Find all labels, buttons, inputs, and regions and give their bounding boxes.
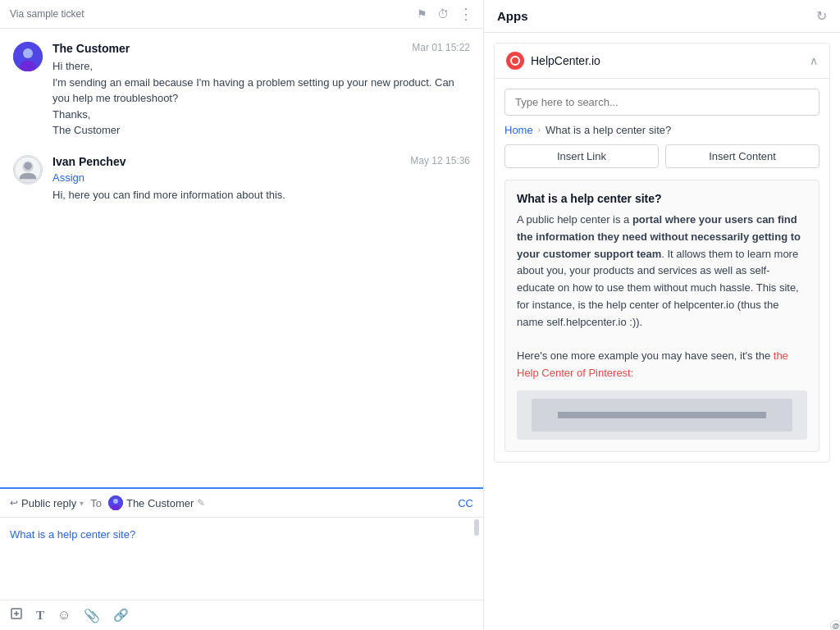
helpcenter-section: HelpCenter.io ∧ Home › What is a help ce… [494, 43, 830, 463]
helpcenter-logo-icon [506, 52, 524, 70]
recipient-name: The Customer [126, 497, 194, 509]
toolbar-edit-icon[interactable] [10, 607, 23, 623]
helpcenter-content: Home › What is a help center site? Inser… [495, 78, 829, 462]
reply-input-area[interactable]: What is a help center site? [0, 518, 483, 600]
agent-avatar: @ [13, 155, 43, 185]
message-1-sender: The Customer [52, 42, 130, 55]
breadcrumb-separator: › [538, 126, 541, 135]
cc-button[interactable]: CC [458, 497, 473, 509]
reply-type-button[interactable]: ↩ Public reply ▾ [10, 497, 84, 509]
clock-icon[interactable]: ⏱ [437, 7, 449, 21]
svg-point-9 [113, 499, 118, 504]
toolbar-link-icon[interactable]: 🔗 [113, 608, 129, 623]
right-panel: Apps ↻ HelpCenter.io ∧ Home › What is a … [484, 0, 840, 630]
refresh-icon[interactable]: ↻ [816, 8, 827, 24]
insert-content-button[interactable]: Insert Content [665, 144, 819, 168]
helpcenter-title: HelpCenter.io [506, 52, 600, 70]
message-1: The Customer Mar 01 15:22 Hi there, I'm … [13, 42, 470, 139]
message-2-text: Hi, here you can find more information a… [52, 187, 470, 203]
edit-recipient-icon[interactable]: ✎ [197, 497, 205, 509]
article-card: What is a help center site? A public hel… [504, 180, 819, 452]
message-1-time: Mar 01 15:22 [412, 42, 470, 55]
breadcrumb-current: What is a help center site? [546, 124, 671, 136]
reply-to-label: To [90, 497, 102, 509]
toolbar-emoji-icon[interactable]: ☺ [57, 608, 71, 623]
ticket-header-icons: ⚑ ⏱ ⋮ [417, 5, 473, 23]
breadcrumb: Home › What is a help center site? [504, 124, 819, 136]
more-icon[interactable]: ⋮ [459, 5, 473, 23]
pin-icon[interactable]: ⚑ [417, 7, 427, 21]
message-1-content: The Customer Mar 01 15:22 Hi there, I'm … [52, 42, 470, 139]
article-title: What is a help center site? [517, 192, 807, 205]
message-2-sender: Ivan Penchev [52, 155, 126, 168]
article-link[interactable]: the Help Center of Pinterest: [517, 349, 788, 379]
message-2-content: Ivan Penchev May 12 15:36 Assign Hi, her… [52, 155, 470, 203]
message-2: @ Ivan Penchev May 12 15:36 Assign Hi, h… [13, 155, 470, 203]
article-body: A public help center is a portal where y… [517, 212, 807, 440]
message-1-meta: The Customer Mar 01 15:22 [52, 42, 470, 55]
svg-point-7 [24, 162, 31, 169]
helpcenter-search-input[interactable] [504, 89, 819, 116]
reply-input-text[interactable]: What is a help center site? [10, 528, 135, 541]
customer-avatar [13, 42, 43, 71]
recipient-avatar [108, 495, 123, 510]
helpcenter-header: HelpCenter.io ∧ [495, 43, 829, 78]
reply-area: ↩ Public reply ▾ To The Customer ✎ [0, 487, 483, 630]
action-buttons: Insert Link Insert Content [504, 144, 819, 168]
reply-toolbar: T ☺ 📎 🔗 [0, 600, 483, 630]
apps-title: Apps [497, 9, 528, 23]
toolbar-text-icon[interactable]: T [36, 609, 44, 623]
breadcrumb-home[interactable]: Home [504, 124, 533, 136]
assign-link[interactable]: Assign [52, 171, 470, 184]
message-2-time: May 12 15:36 [410, 155, 470, 168]
toolbar-attachment-icon[interactable]: 📎 [84, 608, 100, 623]
reply-header: ↩ Public reply ▾ To The Customer ✎ [0, 489, 483, 518]
insert-link-button[interactable]: Insert Link [504, 144, 659, 168]
right-header: Apps ↻ [484, 0, 840, 33]
helpcenter-name: HelpCenter.io [531, 54, 600, 67]
message-1-text: Hi there, I'm sending an email because I… [52, 58, 470, 139]
article-image [517, 390, 807, 440]
via-label: Via sample ticket [10, 8, 84, 20]
ticket-header: Via sample ticket ⚑ ⏱ ⋮ [0, 0, 483, 29]
left-panel: Via sample ticket ⚑ ⏱ ⋮ [0, 0, 484, 630]
svg-point-1 [23, 48, 33, 58]
reply-recipient: The Customer ✎ [108, 495, 205, 510]
helpcenter-collapse-icon[interactable]: ∧ [810, 54, 818, 67]
reply-type-chevron[interactable]: ▾ [80, 499, 84, 508]
reply-type-label: Public reply [21, 497, 76, 509]
message-2-meta: Ivan Penchev May 12 15:36 [52, 155, 470, 168]
messages-area: The Customer Mar 01 15:22 Hi there, I'm … [0, 29, 483, 487]
